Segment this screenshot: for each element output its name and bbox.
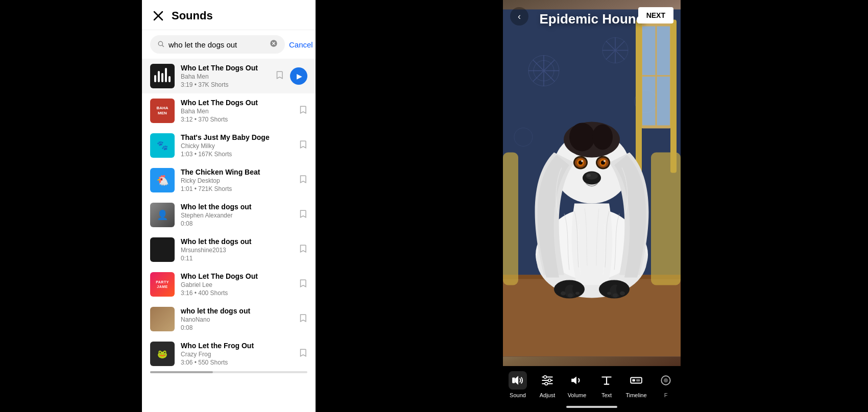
bottom-indicator (566, 406, 617, 408)
thumbnail (150, 307, 175, 331)
result-duration: 3:19 • 37K Shorts (181, 81, 269, 88)
bookmark-icon[interactable] (298, 140, 307, 152)
video-panel: Epidemic Hound ‹ NEXT Sound (503, 0, 681, 412)
result-title: That's Just My Baby Doge (181, 133, 292, 141)
sound-icon (509, 371, 527, 390)
svg-point-68 (545, 382, 547, 385)
cancel-button[interactable]: Cancel (289, 40, 313, 49)
result-title: The Chicken Wing Beat (181, 168, 292, 176)
result-item[interactable]: 🐔 The Chicken Wing Beat Ricky Desktop 1:… (142, 163, 316, 198)
result-duration: 3:16 • 400 Shorts (181, 289, 292, 297)
clear-search-icon[interactable] (270, 39, 278, 50)
result-item[interactable]: 🐸 Who Let the Frog Out Crazy Frog 3:06 •… (142, 336, 316, 371)
bookmark-icon[interactable] (298, 105, 307, 117)
svg-rect-71 (636, 379, 640, 381)
result-item[interactable]: Who let the dogs out Mrsunshine2013 0:11 (142, 232, 316, 267)
thumbnail: 👤 (150, 203, 175, 227)
play-arrow-icon: ▶ (297, 72, 302, 80)
result-duration: 1:01 • 721K Shorts (181, 185, 292, 192)
volume-icon (568, 371, 586, 390)
result-duration: 0:08 (181, 220, 292, 227)
result-info: Who Let The Dogs Out Gabriel Lee 3:16 • … (181, 272, 292, 297)
back-button[interactable]: ‹ (510, 7, 528, 26)
svg-point-67 (548, 379, 551, 381)
sound-label: Sound (510, 392, 526, 398)
svg-rect-65 (512, 378, 515, 383)
bookmark-icon[interactable] (298, 313, 307, 325)
text-icon (597, 371, 616, 390)
result-duration: 3:12 • 370 Shorts (181, 116, 292, 123)
results-list: Who Let The Dogs Out Baha Men 3:19 • 37K… (142, 59, 316, 412)
back-icon: ‹ (518, 11, 521, 22)
result-info: Who Let the Frog Out Crazy Frog 3:06 • 5… (181, 342, 292, 366)
result-info: That's Just My Baby Doge Chicky Milky 1:… (181, 133, 292, 158)
svg-rect-25 (636, 20, 642, 173)
thumbnail (150, 64, 175, 88)
result-meta: Baha Men (181, 73, 269, 80)
result-info: Who let the dogs out Stephen Alexander 0… (181, 203, 292, 227)
sounds-panel: Sounds Cancel (142, 0, 316, 412)
middle-background (316, 0, 503, 412)
toolbar-item-text[interactable]: Text (593, 371, 620, 398)
result-title: who let the dogs out (181, 307, 292, 315)
svg-point-2 (158, 41, 162, 45)
svg-point-61 (613, 294, 618, 298)
bookmark-icon[interactable] (298, 209, 307, 221)
result-duration: 3:06 • 550 Shorts (181, 359, 292, 366)
result-info: Who Let The Dogs Out Baha Men 3:19 • 37K… (181, 64, 269, 88)
search-icon (157, 40, 164, 49)
svg-point-35 (592, 125, 613, 150)
next-button[interactable]: NEXT (638, 7, 673, 23)
play-button[interactable]: ▶ (290, 67, 307, 85)
toolbar-item-timeline[interactable]: Timeline (623, 371, 649, 398)
result-info: The Chicken Wing Beat Ricky Desktop 1:01… (181, 168, 292, 192)
result-info: Who Let The Dogs Out Baha Men 3:12 • 370… (181, 99, 292, 123)
result-info: who let the dogs out NanoNano 0:08 (181, 307, 292, 331)
search-bar: Cancel (142, 30, 316, 59)
result-item[interactable]: 🐾 That's Just My Baby Doge Chicky Milky … (142, 128, 316, 163)
close-button[interactable] (152, 10, 164, 22)
bookmark-icon[interactable] (275, 70, 284, 82)
toolbar-item-adjust[interactable]: Adjust (534, 371, 561, 398)
svg-point-53 (561, 292, 566, 296)
timeline-label: Timeline (625, 392, 646, 398)
svg-point-66 (544, 376, 546, 378)
toolbar-item-filter[interactable]: F (653, 371, 679, 398)
result-meta: Ricky Desktop (181, 177, 292, 184)
svg-point-55 (575, 292, 580, 295)
bookmark-icon[interactable] (298, 175, 307, 186)
result-title: Who Let The Dogs Out (181, 99, 292, 107)
result-meta: Chicky Milky (181, 142, 292, 150)
toolbar-item-sound[interactable]: Sound (504, 371, 531, 398)
thumbnail: 🐔 (150, 168, 175, 192)
filter-label: F (664, 392, 668, 398)
search-input[interactable] (168, 40, 266, 49)
svg-point-44 (581, 160, 583, 162)
adjust-icon (538, 371, 557, 390)
result-item[interactable]: who let the dogs out NanoNano 0:08 (142, 302, 316, 336)
bookmark-icon[interactable] (298, 279, 307, 290)
result-title: Who Let the Frog Out (181, 342, 292, 350)
result-item[interactable]: PARTYJAME Who Let The Dogs Out Gabriel L… (142, 267, 316, 302)
sounds-header: Sounds (142, 0, 316, 30)
right-background (681, 0, 868, 412)
dog-illustration (503, 0, 681, 366)
result-item[interactable]: 👤 Who let the dogs out Stephen Alexander… (142, 198, 316, 232)
result-title: Who Let The Dogs Out (181, 64, 269, 72)
bookmark-icon[interactable] (298, 348, 307, 360)
svg-point-34 (569, 123, 595, 152)
panel-title: Sounds (172, 9, 213, 22)
left-background (0, 0, 142, 412)
result-meta: Crazy Frog (181, 351, 292, 358)
svg-point-73 (664, 378, 668, 383)
svg-point-54 (568, 294, 573, 298)
thumbnail: 🐸 (150, 342, 175, 366)
video-toolbar: Sound Adjust Volume (503, 366, 681, 412)
search-input-wrapper (150, 35, 285, 54)
bookmark-icon[interactable] (298, 244, 307, 256)
result-item[interactable]: Who Let The Dogs Out Baha Men 3:19 • 37K… (142, 59, 316, 93)
svg-rect-63 (651, 153, 681, 285)
timeline-icon (627, 371, 645, 390)
result-item[interactable]: BAHAMEN Who Let The Dogs Out Baha Men 3:… (142, 93, 316, 128)
toolbar-item-volume[interactable]: Volume (564, 371, 590, 398)
